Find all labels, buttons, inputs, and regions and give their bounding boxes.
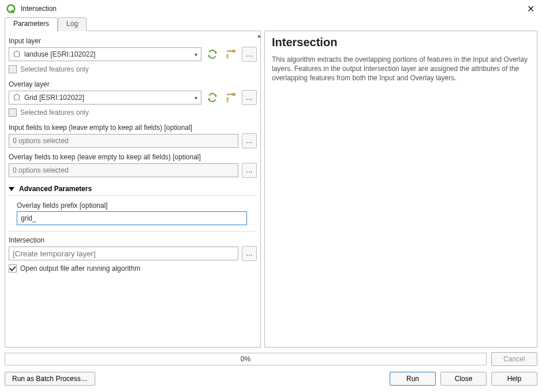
tab-parameters[interactable]: Parameters <box>5 17 58 31</box>
prefix-label: Overlay fields prefix [optional] <box>17 201 257 210</box>
svg-marker-9 <box>14 94 20 100</box>
svg-marker-10 <box>215 94 217 98</box>
qgis-logo-icon <box>6 3 16 14</box>
iterate-features-button[interactable] <box>205 47 220 62</box>
overlay-layer-browse-button[interactable]: … <box>242 90 257 105</box>
input-layer-combo[interactable]: landuse [ESRI:102022] ▾ <box>9 47 201 61</box>
polygon-icon <box>13 50 21 58</box>
run-batch-button[interactable]: Run as Batch Process… <box>5 372 95 386</box>
polygon-icon <box>13 94 21 102</box>
svg-rect-15 <box>227 98 228 99</box>
advanced-parameters-body: Overlay fields prefix [optional] <box>9 195 257 232</box>
cancel-button[interactable]: Cancel <box>491 352 537 366</box>
overlay-selected-only-checkbox[interactable] <box>9 109 17 117</box>
panel-expand-icon[interactable]: ▸ <box>258 32 261 40</box>
advanced-options-button[interactable] <box>223 90 238 105</box>
progress-bar: 0% <box>5 353 487 365</box>
svg-rect-7 <box>226 55 229 59</box>
overlay-fields-label: Overlay fields to keep (leave empty to k… <box>9 153 257 161</box>
svg-rect-6 <box>232 50 236 53</box>
open-output-label: Open output file after running algorithm <box>20 264 140 272</box>
svg-marker-4 <box>208 54 210 58</box>
input-layer-label: Input layer <box>9 37 257 45</box>
output-destination-input[interactable] <box>9 247 238 260</box>
open-output-row[interactable]: Open output file after running algorithm <box>9 264 257 272</box>
input-fields-label: Input fields to keep (leave empty to kee… <box>9 124 257 132</box>
advanced-options-button[interactable] <box>223 47 238 62</box>
advanced-parameters-title: Advanced Parameters <box>19 185 92 193</box>
progress-label: 0% <box>5 353 486 365</box>
chevron-down-icon: ▾ <box>195 51 197 58</box>
window-title: Intersection <box>21 5 525 13</box>
overlay-prefix-input[interactable] <box>17 211 247 225</box>
open-output-checkbox[interactable] <box>9 264 17 272</box>
input-selected-only-row[interactable]: Selected features only <box>9 65 257 73</box>
tab-bar: Parameters Log <box>5 17 261 31</box>
input-fields-value: 0 options selected <box>13 137 69 145</box>
input-selected-only-label: Selected features only <box>20 65 89 73</box>
input-fields-select[interactable]: 0 options selected <box>9 134 238 148</box>
help-button[interactable]: Help <box>491 372 537 386</box>
help-panel: Intersection This algorithm extracts the… <box>264 31 537 348</box>
overlay-layer-value: Grid [ESRI:102022] <box>24 94 84 102</box>
main-area: Parameters Log ▸ Input layer landuse [ES… <box>0 17 542 348</box>
overlay-layer-label: Overlay layer <box>9 80 257 88</box>
output-browse-button[interactable]: … <box>242 246 257 261</box>
overlay-selected-only-row[interactable]: Selected features only <box>9 109 257 117</box>
input-layer-value: landuse [ESRI:102022] <box>24 50 95 58</box>
chevron-down-icon: ▾ <box>195 95 197 101</box>
title-bar: Intersection ✕ <box>0 0 542 17</box>
help-body: This algorithm extracts the overlapping … <box>272 55 530 83</box>
svg-marker-2 <box>14 51 20 57</box>
svg-rect-14 <box>226 98 229 102</box>
left-column: Parameters Log ▸ Input layer landuse [ES… <box>5 17 261 348</box>
input-selected-only-checkbox[interactable] <box>9 65 17 73</box>
input-layer-browse-button[interactable]: … <box>242 47 257 62</box>
close-icon[interactable]: ✕ <box>525 3 536 14</box>
overlay-fields-value: 0 options selected <box>13 166 69 174</box>
run-button[interactable]: Run <box>390 372 436 386</box>
svg-rect-8 <box>227 54 228 55</box>
input-fields-browse-button[interactable]: … <box>242 133 257 148</box>
svg-rect-13 <box>232 93 236 96</box>
chevron-down-icon <box>9 187 14 191</box>
close-button[interactable]: Close <box>440 372 487 386</box>
overlay-fields-browse-button[interactable]: … <box>242 163 257 178</box>
svg-marker-3 <box>215 51 217 54</box>
tab-log[interactable]: Log <box>58 17 87 31</box>
iterate-features-button[interactable] <box>205 90 220 105</box>
overlay-fields-select[interactable]: 0 options selected <box>9 163 238 177</box>
overlay-layer-combo[interactable]: Grid [ESRI:102022] ▾ <box>9 91 201 104</box>
advanced-parameters-toggle[interactable]: Advanced Parameters <box>9 185 257 193</box>
parameters-panel: ▸ Input layer landuse [ESRI:102022] ▾ <box>5 31 261 348</box>
svg-marker-11 <box>208 98 210 101</box>
footer: 0% Cancel Run as Batch Process… Run Clos… <box>0 348 542 390</box>
overlay-selected-only-label: Selected features only <box>20 109 89 117</box>
help-title: Intersection <box>272 36 530 49</box>
output-label: Intersection <box>9 236 257 244</box>
